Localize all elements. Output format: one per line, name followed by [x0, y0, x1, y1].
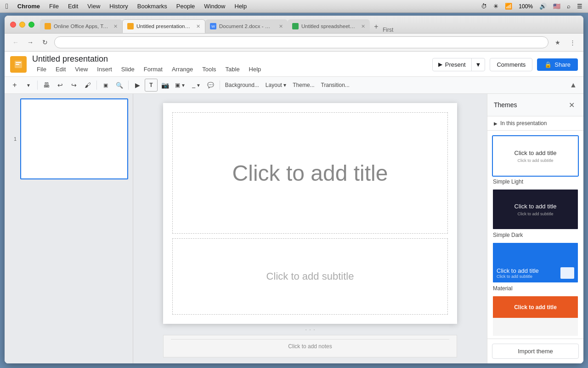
- tab-document[interactable]: W Document 2.docx - Micros... ✕: [205, 19, 288, 33]
- undo-button[interactable]: ↩: [54, 79, 67, 92]
- new-tab-button[interactable]: +: [370, 20, 383, 33]
- menu-format[interactable]: Format: [139, 64, 167, 75]
- slide-panel: 1: [5, 94, 133, 363]
- add-dropdown[interactable]: ▼: [22, 79, 35, 92]
- present-dropdown[interactable]: ▼: [472, 58, 485, 71]
- menu-insert[interactable]: Insert: [92, 64, 117, 75]
- comments-button[interactable]: Comments: [490, 58, 532, 71]
- view-menu[interactable]: View: [87, 3, 100, 10]
- zoom-button[interactable]: 🔍: [113, 79, 126, 92]
- forward-button[interactable]: →: [25, 37, 36, 48]
- control-center-icon[interactable]: ☰: [577, 3, 582, 10]
- tab-favicon-document: W: [210, 23, 216, 29]
- theme-item-material[interactable]: Click to add title Click to add subtitle…: [492, 242, 579, 292]
- address-bar[interactable]: [54, 36, 548, 48]
- minimize-button[interactable]: [19, 22, 25, 28]
- menu-arrange[interactable]: Arrange: [167, 64, 198, 75]
- slide-title-box[interactable]: Click to add title: [172, 112, 448, 234]
- menu-help[interactable]: Help: [244, 64, 266, 75]
- toolbar-collapse-button[interactable]: ▲: [567, 79, 580, 92]
- notes-area[interactable]: Click to add notes: [171, 339, 449, 353]
- add-button[interactable]: +: [8, 79, 21, 92]
- themes-close-button[interactable]: ✕: [566, 99, 577, 110]
- close-button[interactable]: [10, 22, 16, 28]
- file-menu[interactable]: File: [49, 3, 59, 10]
- tab-close-online-office[interactable]: ✕: [113, 23, 118, 29]
- more-menu-icon[interactable]: ⋮: [567, 37, 578, 48]
- theme-preview-material[interactable]: Click to add title Click to add subtitle: [492, 242, 579, 283]
- time-machine-icon: ⏱: [481, 3, 487, 10]
- import-theme-button[interactable]: Import theme: [492, 344, 579, 359]
- paint-format-button[interactable]: 🖌: [81, 79, 94, 92]
- menu-table[interactable]: Table: [221, 64, 244, 75]
- themes-panel: Themes ✕ ▶ In this presentation Click to…: [487, 94, 583, 363]
- help-menu[interactable]: Help: [235, 3, 247, 10]
- apple-menu[interactable]: : [6, 2, 8, 11]
- toolbar-sep-1: [37, 80, 38, 90]
- slide-canvas[interactable]: Click to add title Click to add subtitle: [163, 103, 457, 324]
- select-tool[interactable]: ▶: [131, 79, 144, 92]
- header-actions: ▶ Present ▼ Comments 🔒 Share: [432, 58, 578, 71]
- text-tool[interactable]: T: [145, 79, 158, 92]
- themes-section-header[interactable]: ▶ In this presentation: [487, 116, 583, 131]
- svg-rect-1: [16, 62, 21, 63]
- image-tool[interactable]: 📷: [158, 79, 171, 92]
- bookmarks-star-icon[interactable]: ★: [552, 37, 563, 48]
- theme-item-orange[interactable]: Click to add title: [492, 295, 579, 339]
- print-button[interactable]: 🖶: [40, 79, 53, 92]
- tab-close-spreadsheet[interactable]: ✕: [361, 23, 365, 29]
- chrome-menu[interactable]: Chrome: [17, 3, 40, 10]
- theme-item-simple-dark[interactable]: Click to add title Click to add subtitle…: [492, 189, 579, 238]
- canvas-area[interactable]: Click to add title Click to add subtitle…: [133, 94, 487, 363]
- app-container: Untitled presentation File Edit View Ins…: [5, 52, 583, 363]
- tab-label-online-office: Online Office Apps, Tools: [54, 23, 109, 29]
- theme-item-simple-light[interactable]: Click to add title Click to add subtitle…: [492, 135, 579, 185]
- tab-online-office[interactable]: Online Office Apps, Tools ✕: [40, 19, 122, 33]
- history-menu[interactable]: History: [109, 3, 128, 10]
- slide-subtitle-box[interactable]: Click to add subtitle: [172, 238, 448, 315]
- background-dropdown[interactable]: Background...: [222, 80, 262, 90]
- layout-dropdown[interactable]: Layout ▾: [263, 80, 289, 90]
- theme-dropdown[interactable]: Theme...: [290, 80, 317, 90]
- tp-sd-title: Click to add title: [514, 203, 557, 210]
- menu-file[interactable]: File: [32, 64, 51, 75]
- tp-sl-subtitle: Click to add subtitle: [517, 158, 553, 163]
- toolbar-sep-2: [96, 80, 97, 90]
- share-button[interactable]: 🔒 Share: [537, 58, 578, 71]
- theme-preview-simple-dark[interactable]: Click to add title Click to add subtitle: [492, 189, 579, 230]
- tab-presentation[interactable]: Untitled presentation - Go... ✕: [122, 19, 205, 33]
- present-button[interactable]: ▶ Present ▼: [432, 58, 486, 71]
- redo-button[interactable]: ↪: [68, 79, 80, 92]
- volume-icon: 🔊: [539, 3, 547, 10]
- window-menu[interactable]: Window: [204, 3, 225, 10]
- back-button[interactable]: ←: [10, 37, 21, 48]
- slide-thumbnail-container: 1: [5, 94, 133, 184]
- tab-spreadsheet[interactable]: Untitled spreadsheet - Go... ✕: [288, 19, 370, 33]
- reload-button[interactable]: ↻: [40, 37, 51, 48]
- line-tool[interactable]: ⎯▼: [189, 80, 204, 90]
- menu-view[interactable]: View: [70, 64, 92, 75]
- maximize-button[interactable]: [28, 22, 34, 28]
- transition-dropdown[interactable]: Transition...: [318, 80, 352, 90]
- comment-tool[interactable]: 💬: [204, 79, 217, 92]
- present-main[interactable]: ▶ Present: [433, 58, 472, 71]
- menu-edit[interactable]: Edit: [51, 64, 70, 75]
- import-theme-section: Import theme: [487, 339, 583, 363]
- search-icon[interactable]: ⌕: [567, 3, 571, 10]
- theme-preview-simple-light[interactable]: Click to add title Click to add subtitle: [492, 135, 579, 177]
- theme-preview-orange[interactable]: Click to add title: [492, 295, 579, 337]
- slide-subtitle-placeholder: Click to add subtitle: [266, 270, 354, 282]
- tab-close-document[interactable]: ✕: [279, 23, 283, 29]
- menu-slide[interactable]: Slide: [117, 64, 139, 75]
- presentation-title[interactable]: Untitled presentation: [32, 54, 266, 64]
- flag-icon: 🇺🇸: [553, 3, 560, 10]
- present-label: Present: [445, 61, 466, 68]
- menu-tools[interactable]: Tools: [198, 64, 220, 75]
- tab-close-presentation[interactable]: ✕: [196, 23, 200, 29]
- people-menu[interactable]: People: [176, 3, 195, 10]
- slide-thumbnail-1[interactable]: [20, 98, 128, 179]
- zoom-fit-button[interactable]: ▣: [99, 79, 112, 92]
- bookmarks-menu[interactable]: Bookmarks: [137, 3, 167, 10]
- edit-menu[interactable]: Edit: [68, 3, 78, 10]
- shape-tool[interactable]: ▣▼: [172, 80, 188, 90]
